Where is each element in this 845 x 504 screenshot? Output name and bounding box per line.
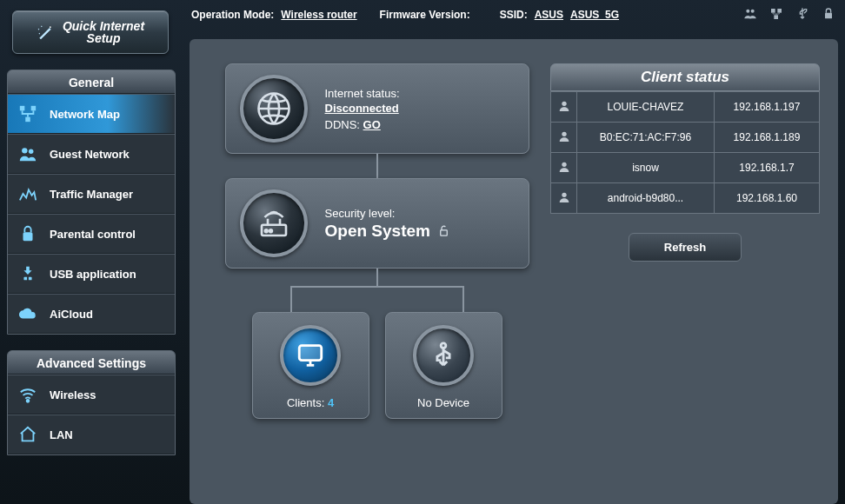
client-status-header: Client status <box>550 63 820 91</box>
client-name: B0:EC:71:AC:F7:96 <box>577 123 715 153</box>
security-level-card[interactable]: Security level: Open System <box>225 178 529 269</box>
table-row[interactable]: android-b9d80... 192.168.1.60 <box>551 183 820 214</box>
clients-card[interactable]: Clients: 4 <box>252 312 369 419</box>
sidebar-advanced-header: Advanced Settings <box>8 351 175 375</box>
client-name: isnow <box>577 153 715 183</box>
sidebar-item-network-map[interactable]: Network Map <box>8 94 175 134</box>
client-status-panel: Client status LOUIE-CHAVEZ 192.168.1.197… <box>550 63 820 504</box>
quick-setup-line1: Quick Internet <box>63 20 144 32</box>
internet-status-value[interactable]: Disconnected <box>325 102 400 115</box>
sidebar-item-traffic-manager[interactable]: Traffic Manager <box>8 174 175 214</box>
svg-point-6 <box>50 26 51 28</box>
clients-icon[interactable] <box>742 7 758 23</box>
table-row[interactable]: B0:EC:71:AC:F7:96 192.168.1.189 <box>551 123 820 153</box>
svg-point-0 <box>746 9 749 12</box>
svg-point-20 <box>441 343 446 348</box>
sidebar-general-header: General <box>8 70 175 94</box>
security-level-value: Open System <box>325 222 430 241</box>
svg-rect-9 <box>25 117 30 123</box>
sidebar-item-label: USB application <box>50 268 136 281</box>
sidebar-item-label: Parental control <box>50 228 136 241</box>
internet-status-card[interactable]: Internet status: Disconnected DDNS: GO <box>225 63 529 154</box>
parental-control-icon <box>17 223 39 244</box>
svg-rect-3 <box>777 9 782 13</box>
unlocked-icon <box>437 224 450 237</box>
fw-label: Firmware Version: <box>380 9 470 21</box>
guest-network-icon <box>17 143 39 164</box>
ssid-label: SSID: <box>500 9 528 21</box>
sidebar-item-label: Guest Network <box>50 148 130 161</box>
aicloud-icon <box>17 303 39 324</box>
svg-rect-7 <box>20 106 24 111</box>
sidebar-item-label: LAN <box>50 428 73 441</box>
usb-plug-icon <box>413 325 474 386</box>
sidebar-item-label: Traffic Manager <box>50 188 133 201</box>
svg-point-22 <box>562 131 566 136</box>
svg-rect-12 <box>23 232 33 241</box>
svg-point-13 <box>27 400 30 402</box>
refresh-button[interactable]: Refresh <box>629 233 742 262</box>
sidebar-item-usb-application[interactable]: USB application <box>8 254 175 294</box>
network-map-icon <box>17 103 39 124</box>
sidebar-item-label: AiCloud <box>50 308 93 321</box>
svg-rect-5 <box>825 12 832 18</box>
client-ip: 192.168.1.7 <box>714 153 819 183</box>
ssid-1[interactable]: ASUS <box>535 9 563 21</box>
quick-setup-line2: Setup <box>63 32 144 44</box>
monitor-icon <box>280 325 341 386</box>
sidebar-item-lan[interactable]: LAN <box>8 414 175 454</box>
security-level-label: Security level: <box>325 207 450 220</box>
globe-icon <box>240 75 308 143</box>
svg-rect-19 <box>299 346 322 361</box>
wireless-icon <box>17 384 39 405</box>
client-ip: 192.168.1.60 <box>714 183 819 214</box>
client-table: LOUIE-CHAVEZ 192.168.1.197 B0:EC:71:AC:F… <box>550 91 820 214</box>
sidebar-item-parental-control[interactable]: Parental control <box>8 214 175 254</box>
client-name: LOUIE-CHAVEZ <box>577 92 715 123</box>
quick-internet-setup-button[interactable]: Quick Internet Setup <box>12 10 169 54</box>
svg-point-24 <box>562 192 566 196</box>
op-mode-value[interactable]: Wireless router <box>281 9 356 21</box>
svg-rect-4 <box>774 15 778 19</box>
usb-application-icon <box>17 263 39 284</box>
sidebar-general-group: General Network Map Guest Network Traffi… <box>7 70 176 335</box>
usb-card[interactable]: No Device <box>385 312 502 419</box>
svg-point-11 <box>29 149 33 155</box>
client-name: android-b9d80... <box>577 183 715 214</box>
table-row[interactable]: isnow 192.168.1.7 <box>551 153 820 183</box>
table-row[interactable]: LOUIE-CHAVEZ 192.168.1.197 <box>551 92 820 123</box>
lock-icon[interactable] <box>821 7 836 23</box>
svg-point-1 <box>751 9 755 12</box>
client-ip: 192.168.1.189 <box>714 123 819 153</box>
client-ip: 192.168.1.197 <box>714 92 819 123</box>
svg-point-16 <box>264 229 267 232</box>
ddns-go-link[interactable]: GO <box>363 118 381 131</box>
svg-rect-18 <box>441 230 448 235</box>
sidebar: General Network Map Guest Network Traffi… <box>7 70 176 471</box>
clients-label: Clients: <box>287 396 324 409</box>
sidebar-item-aicloud[interactable]: AiCloud <box>8 294 175 334</box>
sidebar-item-wireless[interactable]: Wireless <box>8 375 175 414</box>
svg-point-23 <box>562 162 566 166</box>
person-icon <box>551 92 577 123</box>
svg-point-17 <box>269 229 272 232</box>
clients-count: 4 <box>328 396 334 409</box>
svg-rect-2 <box>771 9 775 13</box>
svg-point-10 <box>22 148 27 153</box>
network-icon[interactable] <box>768 7 784 23</box>
lan-icon <box>17 424 39 445</box>
person-icon <box>551 183 577 214</box>
wand-icon <box>37 23 54 41</box>
ddns-label: DDNS: <box>325 118 360 131</box>
network-map-column: Internet status: Disconnected DDNS: GO S… <box>223 63 531 504</box>
sidebar-item-label: Network Map <box>50 108 120 121</box>
router-icon <box>240 189 308 257</box>
top-icons <box>742 7 836 23</box>
op-mode-label: Operation Mode: <box>191 9 274 21</box>
usb-icon[interactable] <box>795 7 810 23</box>
tree-branch <box>260 269 495 312</box>
ssid-2[interactable]: ASUS_5G <box>570 9 619 21</box>
traffic-manager-icon <box>17 183 39 204</box>
person-icon <box>551 153 577 183</box>
sidebar-item-guest-network[interactable]: Guest Network <box>8 134 175 174</box>
